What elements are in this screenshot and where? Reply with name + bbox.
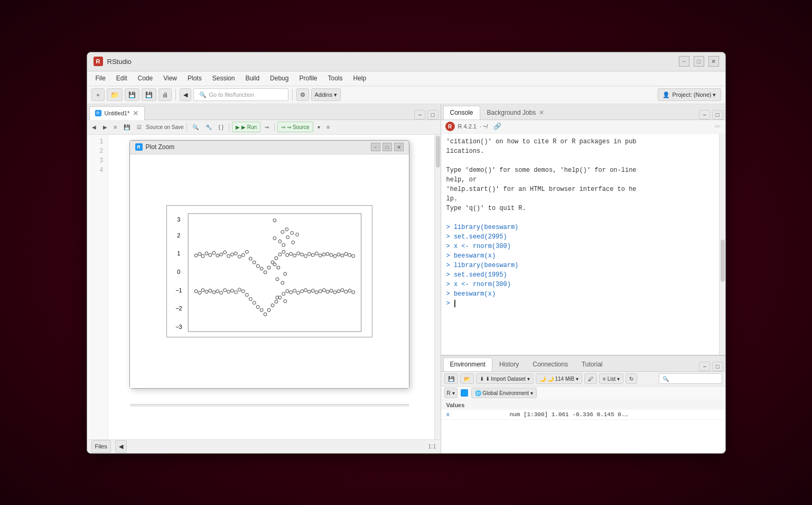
plot-zoom-minimize[interactable]: − bbox=[371, 143, 380, 151]
editor-tools-btn[interactable]: 🔧 bbox=[203, 122, 214, 132]
r-link-icon: 🔗 bbox=[493, 123, 501, 130]
save-all-button[interactable]: 💾 bbox=[142, 88, 156, 101]
editor-tab-untitled1[interactable]: R Untitled1* ✕ bbox=[89, 106, 145, 120]
svg-point-107 bbox=[276, 266, 279, 269]
env-maximize-btn[interactable]: □ bbox=[712, 362, 723, 371]
back-button[interactable]: ◀ bbox=[180, 88, 191, 101]
editor-nav-btn[interactable]: ≡ bbox=[111, 122, 120, 132]
source-button[interactable]: ⇒ ⇒ Source bbox=[277, 122, 313, 132]
editor-check-btn[interactable]: ☑ bbox=[134, 122, 144, 132]
console-clear-icon[interactable]: ✏ bbox=[715, 122, 721, 131]
menu-help[interactable]: Help bbox=[349, 74, 371, 83]
env-search-input[interactable]: 🔍 bbox=[659, 373, 722, 384]
svg-point-30 bbox=[274, 256, 277, 260]
r-version-label: R 4.2.1 bbox=[458, 123, 477, 130]
console-tab[interactable]: Console bbox=[443, 106, 480, 120]
svg-text:−3: −3 bbox=[175, 324, 182, 330]
save-button[interactable]: 💾 bbox=[125, 88, 139, 101]
editor-forward-btn[interactable]: ▶ bbox=[100, 122, 110, 132]
window-controls: − □ ✕ bbox=[679, 56, 719, 67]
plot-zoom-window: R Plot Zoom − □ ✕ 3 bbox=[129, 140, 409, 389]
menu-tools[interactable]: Tools bbox=[323, 74, 347, 83]
editor-scrollbar[interactable] bbox=[434, 135, 441, 439]
history-tab[interactable]: History bbox=[492, 357, 526, 371]
right-panel: Console Background Jobs ✕ − □ R R 4.2.1 bbox=[441, 104, 725, 453]
editor-search-btn[interactable]: 🔍 bbox=[190, 122, 201, 132]
global-environment-select[interactable]: 🌐 Global Environment ▾ bbox=[471, 388, 537, 398]
new-file-button[interactable]: ＋ bbox=[91, 88, 105, 101]
run-button[interactable]: ▶ ▶ Run bbox=[232, 122, 260, 132]
plot-zoom-close[interactable]: ✕ bbox=[394, 143, 404, 151]
menu-file[interactable]: File bbox=[91, 74, 110, 83]
menu-debug[interactable]: Debug bbox=[266, 74, 293, 83]
plot-display-area: 3 2 1 0 −1 −2 −3 bbox=[130, 154, 409, 388]
connections-tab[interactable]: Connections bbox=[526, 357, 575, 371]
console-scrollbar[interactable] bbox=[719, 134, 725, 355]
console-maximize-btn[interactable]: □ bbox=[712, 110, 723, 120]
go-to-file-input[interactable]: 🔍 Go to file/function bbox=[193, 88, 288, 101]
bg-jobs-close-btn[interactable]: ✕ bbox=[539, 109, 544, 116]
zoom-level: 1:1 bbox=[428, 443, 436, 449]
svg-point-10 bbox=[201, 254, 204, 258]
editor-code-btn[interactable]: { } bbox=[216, 122, 226, 132]
console-panel: Console Background Jobs ✕ − □ R R 4.2.1 bbox=[441, 104, 725, 355]
svg-point-92 bbox=[340, 288, 343, 291]
editor-options-btn[interactable]: ≡ bbox=[324, 122, 333, 132]
editor-save-btn[interactable]: 💾 bbox=[121, 122, 133, 132]
editor-collapse-btn[interactable]: − bbox=[414, 110, 425, 120]
r-path-label: · ~/ bbox=[480, 123, 488, 130]
menu-view[interactable]: View bbox=[159, 74, 181, 83]
menu-bar: File Edit Code View Plots Session Build … bbox=[87, 71, 725, 86]
menu-plots[interactable]: Plots bbox=[183, 74, 206, 83]
svg-point-39 bbox=[307, 252, 311, 255]
svg-point-17 bbox=[227, 254, 230, 258]
console-minimize-btn[interactable]: − bbox=[699, 110, 710, 120]
background-jobs-tab[interactable]: Background Jobs ✕ bbox=[480, 106, 552, 120]
editor-expand-btn[interactable]: □ bbox=[427, 110, 438, 120]
files-tab-button[interactable]: Files bbox=[91, 440, 111, 453]
title-bar: R RStudio − □ ✕ bbox=[87, 52, 725, 71]
env-panel-tabs: Environment History Connections Tutorial… bbox=[441, 356, 725, 372]
plot-zoom-titlebar: R Plot Zoom − □ ✕ bbox=[130, 141, 409, 154]
open-file-button[interactable]: 📁 bbox=[107, 88, 123, 101]
console-content[interactable]: 'citation()' on how to cite R or R packa… bbox=[441, 134, 725, 355]
env-open-btn[interactable]: 📂 bbox=[460, 373, 474, 384]
svg-point-63 bbox=[234, 290, 237, 293]
source-dropdown-btn[interactable]: ▾ bbox=[315, 122, 323, 132]
svg-point-85 bbox=[315, 290, 318, 293]
memory-btn[interactable]: 🌙 🌙 114 MiB ▾ bbox=[536, 373, 582, 384]
env-save-btn[interactable]: 💾 bbox=[444, 373, 458, 384]
svg-point-99 bbox=[290, 231, 293, 234]
plot-zoom-maximize[interactable]: □ bbox=[382, 143, 392, 151]
tab-close-button[interactable]: ✕ bbox=[133, 109, 139, 117]
close-button[interactable]: ✕ bbox=[708, 56, 719, 67]
print-button[interactable]: 🖨 bbox=[158, 88, 172, 101]
svg-point-59 bbox=[219, 291, 222, 294]
run-next-btn[interactable]: ⇒ bbox=[262, 122, 272, 132]
maximize-button[interactable]: □ bbox=[694, 56, 704, 67]
addins-dropdown[interactable]: Addins ▾ bbox=[311, 88, 341, 101]
console-text-area[interactable]: 'citation()' on how to cite R or R packa… bbox=[441, 134, 719, 355]
menu-profile[interactable]: Profile bbox=[295, 74, 321, 83]
svg-point-55 bbox=[204, 290, 208, 293]
project-button[interactable]: 👤 Project: (None) ▾ bbox=[658, 88, 721, 101]
editor-back-btn[interactable]: ◀ bbox=[89, 122, 99, 132]
list-view-dropdown[interactable]: ≡ List ▾ bbox=[599, 373, 623, 384]
menu-code[interactable]: Code bbox=[134, 74, 157, 83]
workspace-button[interactable]: ⚙ bbox=[296, 88, 309, 101]
env-minimize-btn[interactable]: − bbox=[699, 362, 710, 371]
menu-build[interactable]: Build bbox=[241, 74, 264, 83]
minimize-button[interactable]: − bbox=[679, 56, 689, 67]
clear-env-btn[interactable]: 🖊 bbox=[584, 373, 597, 384]
environment-tab[interactable]: Environment bbox=[443, 357, 492, 371]
plot-zoom-r-icon: R bbox=[135, 143, 143, 151]
import-dataset-btn[interactable]: ⬇ ⬇ Import Dataset ▾ bbox=[476, 373, 534, 384]
files-back-button[interactable]: ◀ bbox=[115, 440, 127, 453]
env-refresh-btn[interactable]: ↻ bbox=[626, 373, 637, 384]
menu-edit[interactable]: Edit bbox=[112, 74, 132, 83]
tutorial-tab[interactable]: Tutorial bbox=[575, 357, 610, 371]
menu-session[interactable]: Session bbox=[208, 74, 239, 83]
r-engine-select[interactable]: R ▾ bbox=[444, 388, 458, 398]
svg-point-43 bbox=[322, 253, 325, 256]
svg-point-106 bbox=[273, 263, 276, 266]
